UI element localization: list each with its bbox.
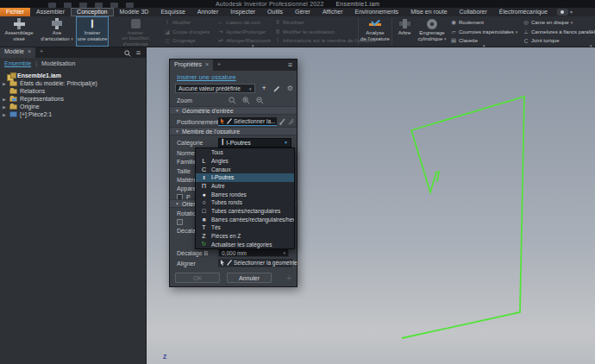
dropdown-item-angles[interactable]: LAngles [196, 157, 294, 166]
close-icon[interactable]: × [205, 61, 209, 71]
ribbon: Assemblagevissé Axe d'articulation ▾ Ⅰ I… [0, 16, 595, 47]
add-icon[interactable]: + [286, 273, 291, 283]
tab-environnements[interactable]: Environnements [349, 8, 405, 16]
select-geometry-icon[interactable] [288, 118, 294, 125]
dropdown-item-tubes-carres[interactable]: □Tubes carrés/rectangulaires [196, 207, 294, 216]
ok-button[interactable]: OK [175, 273, 220, 283]
joint-torique-button[interactable]: CJoint torique [523, 37, 595, 44]
courroies-button[interactable]: ▱Courroies trapézoïdales ▾ [450, 28, 521, 35]
checkbox-icon[interactable] [177, 219, 183, 225]
chevron-down-icon: ▾ [283, 250, 285, 255]
zoom-out-icon[interactable] [256, 97, 264, 104]
add-tab-button[interactable]: + [213, 60, 225, 71]
i-beam-icon: Ⅰ [222, 139, 223, 147]
tab-collaborer[interactable]: Collaborer [454, 8, 493, 16]
arbre-button[interactable]: Arbre [393, 16, 416, 47]
roulement-button[interactable]: ◉Roulement [450, 19, 521, 26]
camera-icon[interactable] [557, 9, 568, 16]
tab-esquisse[interactable]: Esquisse [154, 8, 191, 16]
subtab-modelisation[interactable]: Modélisation [41, 60, 75, 66]
tab-assembler[interactable]: Assembler [30, 8, 71, 16]
square-tube-icon: □ [199, 208, 209, 214]
model-tree: Ensemble1.iam ▶ États du modèle: Princip… [0, 69, 146, 118]
tree-item-assembly-root[interactable]: Ensemble1.iam [2, 72, 146, 79]
tab-electromecanique[interactable]: Électromécanique [493, 8, 554, 16]
chevron-down-icon[interactable]: ▾ [570, 9, 573, 16]
section-geometrie-entree[interactable]: ▼ Géométrie d'entrée [170, 106, 297, 115]
gear-icon[interactable]: ⚙ [287, 85, 293, 92]
expand-arrow-icon[interactable]: ▶ [2, 97, 7, 102]
select-sketch-icon[interactable] [279, 118, 285, 125]
dropdown-item-autre[interactable]: ΠAutre [196, 182, 294, 191]
tree-item-representations[interactable]: ▶ Représentations [2, 95, 146, 103]
chevron-down-icon: ▾ [516, 29, 518, 35]
clavette-button[interactable]: ▤Clavette [450, 37, 521, 44]
dropdown-item-barres-carrees[interactable]: ■Barres carrées/rectangulaires/hexagonal… [196, 215, 294, 223]
tab-fichier[interactable]: Fichier [0, 8, 30, 16]
search-icon[interactable] [124, 50, 131, 57]
menu-icon[interactable]: ≡ [136, 49, 141, 57]
close-icon[interactable]: × [28, 48, 31, 58]
engrenage-cylindrique-button[interactable]: Engrenage cylindrique ▾ [416, 16, 448, 47]
dropdown-item-tes[interactable]: TTés [196, 223, 294, 232]
dropdown-item-actualiser[interactable]: ↻Actualiser les catégories [196, 240, 294, 248]
cancel-button[interactable]: Annuler [227, 273, 272, 283]
allonger-raccourcir-button: ⇄Allonger/Raccourcir [217, 37, 272, 44]
dropdown-item-tous[interactable]: Tous [196, 148, 294, 157]
collapse-arrow-icon: ▼ [175, 108, 179, 113]
categorie-dropdown[interactable]: Ⅰ I-Poutres ▼ [218, 138, 291, 147]
tab-outils[interactable]: Outils [261, 8, 289, 16]
tree-item-origine[interactable]: ▶ Origine [2, 103, 146, 110]
analyse-ossature-button[interactable]: Analysede l'ossature [360, 16, 391, 47]
expand-arrow-icon[interactable]: ▶ [2, 112, 7, 117]
tab-modele-3d[interactable]: Modèle 3D [114, 8, 155, 16]
tree-item-piece2[interactable]: ▶ [+]:Pièce2:1 [2, 110, 146, 118]
menu-icon[interactable]: ≡ [284, 60, 297, 71]
inserer-ossature-button[interactable]: Ⅰ Insérerune ossature [76, 16, 109, 47]
app-window: Autodesk Inventor Professionnel 2022Ense… [0, 0, 595, 364]
other-profile-icon: Π [199, 183, 209, 189]
positionnement-select-field[interactable]: Sélectionner la... [218, 117, 277, 126]
tab-conception[interactable]: Conception [71, 8, 113, 16]
tab-modele[interactable]: Modèle× [0, 47, 35, 58]
zoom-icon[interactable] [229, 97, 236, 104]
channel-profile-icon: C [199, 166, 209, 173]
tree-item-relations[interactable]: Relations [2, 87, 146, 95]
command-title-link[interactable]: Insérer une ossature [177, 73, 236, 81]
dropdown-item-i-poutres[interactable]: II-Poutres [196, 173, 294, 182]
tab-mise-en-route[interactable]: Mise en route [404, 8, 453, 16]
decalage-b-input[interactable]: 0,000 mm ▾ [218, 248, 289, 257]
tab-afficher[interactable]: Afficher [316, 8, 349, 16]
title-bar: Autodesk Inventor Professionnel 2022Ense… [0, 0, 595, 8]
preset-dropdown[interactable]: Aucune valeur prédéfinie ▾ [175, 84, 255, 93]
aligner-select-field[interactable]: Sélectionner la géométrie [218, 259, 292, 267]
edit-pencil-icon[interactable] [273, 85, 280, 92]
section-membre-ossature[interactable]: ▼ Membre de l'ossature [170, 127, 297, 135]
expand-arrow-icon[interactable]: ▶ [2, 104, 7, 110]
assemblage-visse-button[interactable]: Assemblagevissé [0, 16, 38, 47]
subtab-ensemble[interactable]: Ensemble [4, 60, 31, 66]
dropdown-item-pieces-en-z[interactable]: ZPièces en Z [196, 232, 294, 241]
dropdown-item-barres-rondes[interactable]: ●Barres rondes [196, 190, 294, 198]
axe-articulation-button[interactable]: Axe d'articulation ▾ [38, 16, 76, 47]
tab-annoter[interactable]: Annoter [191, 8, 225, 16]
dropdown-item-canaux[interactable]: CCanaux [196, 165, 294, 173]
tab-inspecter[interactable]: Inspecter [224, 8, 261, 16]
dropdown-item-tubes-ronds[interactable]: ○Tubes ronds [196, 198, 294, 207]
cannelures-button[interactable]: ⊥Cannelures à flancs parallèles ▾ [523, 28, 595, 35]
tree-item-etats-du-modele[interactable]: ▶ États du modèle: Principal(e) [2, 79, 146, 87]
preset-row: Aucune valeur prédéfinie ▾ + ⚙ [175, 84, 293, 93]
add-preset-button[interactable]: + [262, 85, 266, 92]
properties-tab-bar: Propriétés× + ≡ [170, 60, 297, 71]
came-disque-button[interactable]: ◎Came en disque ▾ [523, 19, 595, 26]
tab-proprietes[interactable]: Propriétés× [170, 60, 213, 71]
power-transmission-group: ◉Roulement ▱Courroies trapézoïdales ▾ ▤C… [448, 16, 521, 47]
add-tab-button[interactable]: + [35, 47, 47, 58]
z-profile-icon: Z [199, 233, 209, 239]
chevron-down-icon: ▾ [249, 86, 252, 91]
expand-arrow-icon[interactable]: ▶ [2, 81, 7, 86]
bearing-icon: ◉ [450, 19, 457, 26]
tab-gerer[interactable]: Gérer [289, 8, 316, 16]
zoom-in-icon[interactable] [242, 97, 250, 104]
folder-icon [9, 81, 17, 86]
